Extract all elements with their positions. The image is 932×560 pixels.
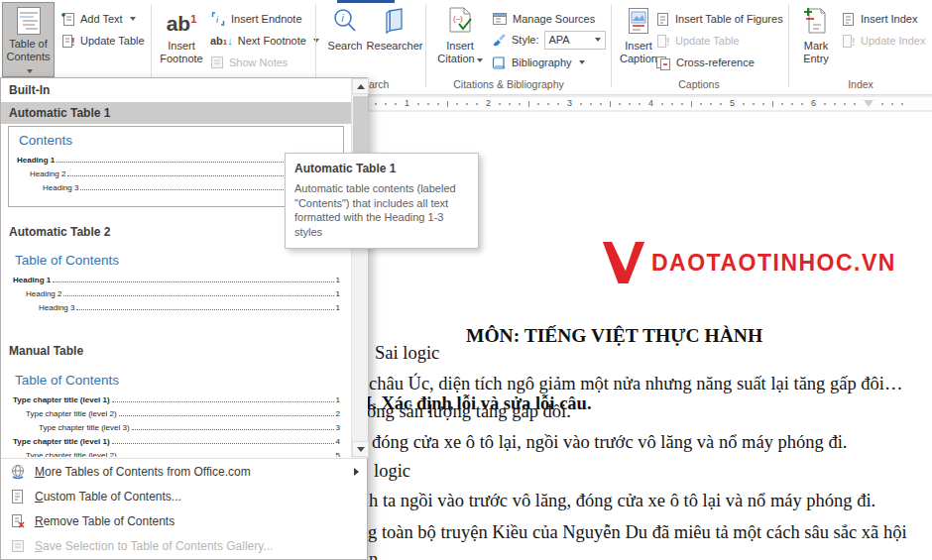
document-text-line[interactable]: châu Úc, diện tích ngô giảm một nửa nhưn… [369, 374, 902, 394]
mark-entry-button[interactable]: Mark Entry [793, 2, 839, 77]
insert-footnote-button[interactable]: ab1 Insert Footnote [157, 2, 206, 77]
dot-leader [76, 309, 333, 310]
ruler-number: 3 [567, 99, 572, 108]
update-index-button: ! Update Index [841, 31, 925, 51]
ruler-mark [710, 103, 712, 105]
document-title[interactable]: MÔN: TIẾNG VIỆT THỰC HÀNH [466, 325, 762, 347]
search-icon: i [331, 2, 359, 40]
menu-item-more-tables[interactable]: More Tables of Contents from Office.com [1, 459, 367, 484]
gallery-preview-manual-table[interactable]: Table of Contents Type chapter title (le… [9, 368, 344, 457]
cross-reference-button[interactable]: Cross-reference [655, 53, 755, 72]
dot-leader [63, 295, 333, 296]
ruler-number: 1 [405, 99, 409, 108]
document-text-line[interactable]: n [369, 549, 378, 560]
update-table-icon: ! [59, 33, 75, 49]
scroll-down-button[interactable] [352, 441, 369, 457]
document-text-line[interactable]: logic [374, 461, 410, 482]
chevron-down-icon [595, 38, 601, 42]
preview-row-label: Heading 3 [43, 183, 78, 192]
ruler-mark [509, 103, 511, 105]
preview-row-label: Heading 2 [26, 289, 61, 298]
menu-item-remove-toc[interactable]: Remove Table of Contents [1, 508, 367, 533]
update-table-button[interactable]: ! Update Table [59, 31, 145, 51]
preview-row-label: Heading 1 [17, 156, 55, 165]
insert-index-button[interactable]: Insert Index [841, 9, 917, 29]
bibliography-button[interactable]: Bibliography [492, 53, 585, 72]
search-button[interactable]: i Search [323, 2, 367, 77]
preview-row: Heading 11 [13, 271, 340, 284]
document-text-line[interactable]: h ta ngồi vào trước vô lăng, đóng cửa xe… [369, 491, 875, 511]
ruler-mark [580, 103, 582, 105]
svg-text:i: i [216, 15, 219, 25]
ruler-number: 6 [811, 99, 816, 108]
toc-dropdown-menu: More Tables of Contents from Office.comC… [1, 459, 367, 558]
ruler-mark [519, 103, 521, 105]
manage-sources-button[interactable]: Manage Sources [492, 9, 595, 29]
gallery-scrollbar[interactable] [351, 78, 368, 458]
update-index-icon: ! [841, 34, 856, 49]
ruler-mark [466, 103, 468, 105]
preview-row-label: Type chapter title (level 1) [13, 395, 110, 404]
insert-endnote-button[interactable]: i Insert Endnote [210, 9, 302, 29]
gallery-item-automatic-table-1[interactable]: Automatic Table 1 [1, 102, 351, 124]
gallery-item-automatic-table-2[interactable]: Automatic Table 2 [9, 225, 110, 239]
gallery-preview-automatic-table-2[interactable]: Table of Contents Heading 11Heading 21He… [9, 248, 344, 323]
document-text-line[interactable]: đóng cửa xe ô tô lại, ngồi vào trước vô … [372, 432, 847, 453]
toc-gallery-dropdown: Built-In Automatic Table 1 Contents Head… [0, 77, 368, 560]
scroll-up-button[interactable] [352, 78, 369, 94]
table-of-contents-button[interactable]: Table of Contents [2, 2, 55, 77]
update-table-captions-button: ! Update Table [655, 31, 740, 51]
ruler-mark [456, 103, 458, 105]
document-text-line[interactable]: g toàn bộ truyện Kiều của Nguyễn Du đã m… [368, 522, 907, 543]
ruler-mark [762, 103, 764, 105]
menu-item-label: More Tables of Contents from Office.com [35, 465, 251, 479]
show-notes-icon [210, 56, 224, 69]
dot-leader [132, 429, 334, 430]
tooltip-title: Automatic Table 1 [294, 162, 469, 175]
gallery-tooltip: Automatic Table 1 Automatic table conten… [285, 153, 479, 249]
insert-citation-button[interactable]: (–) Insert Citation [433, 2, 487, 77]
group-label-citations: Citations & Bibliography [444, 78, 573, 90]
researcher-button[interactable]: Researcher [368, 2, 421, 77]
ruler-mark [881, 103, 883, 105]
ruler-number: 5 [730, 99, 735, 108]
ruler-mark [610, 101, 611, 107]
preview-row: Type chapter title (level 1)1 [13, 391, 340, 404]
scroll-up-icon [357, 84, 365, 89]
next-footnote-button[interactable]: ab1↓ Next Footnote [210, 31, 319, 51]
ruler-mark [901, 103, 903, 105]
svg-text:!: ! [852, 37, 855, 48]
chevron-down-icon [477, 58, 483, 62]
word-references-screen: DAOTAOTINHOC.VN MÔN: TIẾNG VIỆT THỰC HÀN… [0, 0, 932, 560]
ruler-mark [385, 103, 387, 105]
style-select[interactable]: APA [544, 31, 606, 50]
preview-row-label: Type chapter title (level 3) [39, 423, 130, 432]
table-of-contents-icon [16, 3, 42, 38]
horizontal-ruler[interactable]: 123456 [369, 97, 932, 110]
ruler-mark [629, 103, 631, 105]
ruler-mark [395, 103, 397, 105]
insert-table-of-figures-button[interactable]: Insert Table of Figures [655, 9, 783, 29]
menu-item-custom-toc[interactable]: Custom Table of Contents... [1, 484, 367, 508]
add-text-button[interactable]: Add Text [59, 9, 136, 29]
preview-rows: Type chapter title (level 1)1Type chapte… [13, 391, 340, 457]
group-label-captions: Captions [670, 78, 728, 90]
manage-sources-icon [492, 12, 508, 26]
chevron-down-icon [130, 17, 136, 21]
dot-leader [112, 443, 334, 444]
indent-marker[interactable] [864, 100, 874, 107]
group-divider [315, 4, 316, 87]
ruler-mark [476, 103, 478, 105]
group-divider [151, 4, 152, 87]
document-text-line[interactable]: ổng sản lượng tăng gấp đôi. [367, 401, 571, 422]
insert-caption-icon [626, 2, 651, 40]
gallery-item-manual-table[interactable]: Manual Table [9, 344, 83, 358]
ruler-mark [528, 101, 529, 107]
dot-leader [53, 281, 333, 282]
document-text-line[interactable]: Sai logic [375, 343, 439, 364]
preview-title: Contents [19, 133, 335, 148]
svg-text:(–): (–) [453, 14, 463, 23]
insert-index-icon [841, 12, 856, 27]
ruler-mark [590, 103, 592, 105]
preview-page-number: 1 [336, 303, 340, 312]
